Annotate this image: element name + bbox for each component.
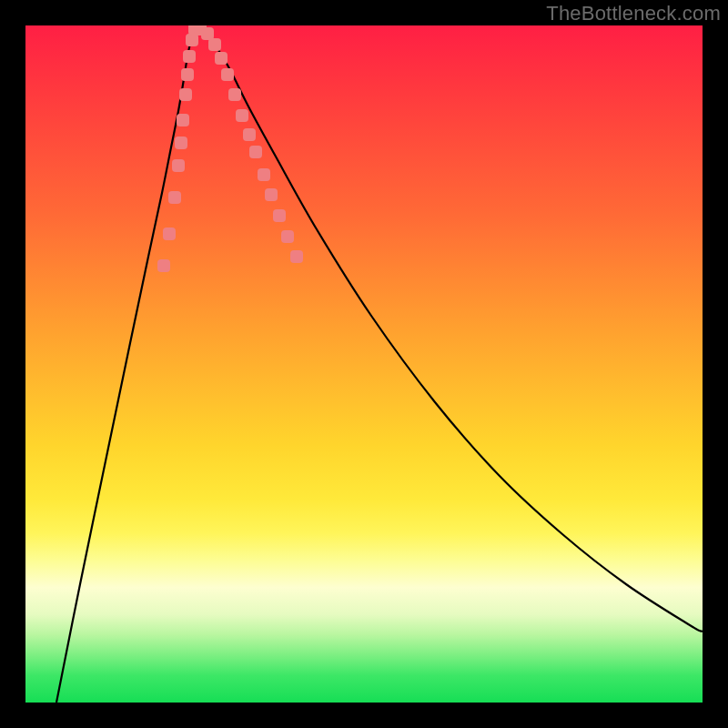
data-marker bbox=[183, 50, 196, 63]
data-marker bbox=[157, 259, 170, 272]
data-marker bbox=[243, 128, 256, 141]
data-marker bbox=[249, 146, 262, 158]
data-marker bbox=[236, 109, 248, 122]
data-marker bbox=[175, 136, 187, 149]
marker-group bbox=[157, 25, 303, 272]
data-marker bbox=[179, 88, 192, 101]
data-marker bbox=[281, 230, 294, 243]
data-marker bbox=[181, 68, 194, 81]
chart-svg bbox=[25, 25, 703, 703]
data-marker bbox=[221, 68, 234, 81]
chart-plot-area bbox=[25, 25, 703, 703]
data-marker bbox=[168, 191, 181, 204]
data-marker bbox=[186, 34, 198, 46]
data-marker bbox=[177, 114, 189, 126]
data-marker bbox=[201, 27, 214, 40]
bottleneck-curve bbox=[56, 28, 703, 703]
data-marker bbox=[265, 188, 278, 201]
watermark-text: TheBottleneck.com bbox=[546, 2, 721, 25]
data-marker bbox=[163, 228, 176, 240]
data-marker bbox=[290, 250, 303, 263]
data-marker bbox=[208, 38, 221, 51]
data-marker bbox=[258, 168, 270, 181]
data-marker bbox=[172, 159, 185, 172]
data-marker bbox=[228, 88, 241, 101]
data-marker bbox=[215, 52, 228, 65]
data-marker bbox=[273, 209, 286, 222]
